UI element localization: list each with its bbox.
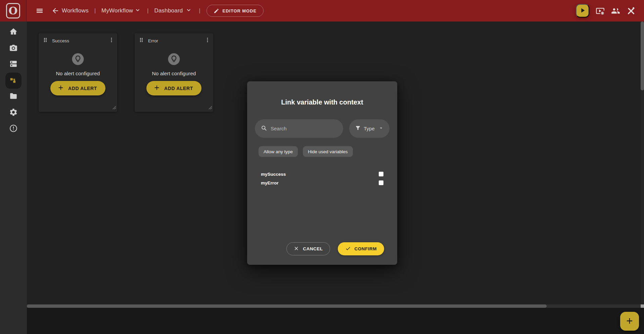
breadcrumb-separator: | [147, 8, 148, 14]
check-icon [345, 246, 351, 252]
variable-row-mysuccess[interactable]: mySuccess [261, 170, 383, 178]
breadcrumb-separator: | [94, 8, 96, 14]
sidebar-item-workflows[interactable] [5, 73, 21, 89]
settings-gear-icon [9, 108, 18, 118]
topbar-actions [576, 4, 636, 17]
more-options-icon[interactable] [108, 37, 114, 44]
chevron-down-icon [186, 7, 192, 14]
plus-icon [153, 84, 160, 92]
editor-mode-label: EDITOR MODE [223, 8, 257, 13]
cancel-button[interactable]: CANCEL [286, 242, 330, 255]
top-bar: O Workflows | MyWorkflow | Dashboard | [0, 0, 644, 22]
editor-mode-button[interactable]: EDITOR MODE [206, 5, 264, 17]
add-alert-button[interactable]: ADD ALERT [146, 81, 201, 95]
close-icon [293, 246, 299, 252]
add-alert-button[interactable]: ADD ALERT [50, 81, 105, 95]
variable-list: mySuccess myError [261, 170, 383, 187]
variable-name: myError [261, 180, 279, 185]
search-input[interactable] [271, 126, 338, 131]
cancel-label: CANCEL [303, 246, 323, 251]
type-filter-label: Type [364, 126, 375, 131]
vertical-scrollbar-track[interactable] [641, 22, 644, 304]
app-window: O Workflows | MyWorkflow | Dashboard | [0, 0, 644, 334]
filter-funnel-icon [355, 125, 361, 132]
add-alert-label: ADD ALERT [68, 86, 97, 91]
sidebar-item-home[interactable] [5, 24, 21, 40]
widget-card-success: Success No alert configured [39, 33, 117, 112]
card-title: Success [52, 38, 69, 43]
vertical-scrollbar-thumb[interactable] [641, 22, 644, 90]
horizontal-scrollbar-track[interactable] [27, 304, 641, 308]
variable-row-myerror[interactable]: myError [261, 178, 383, 187]
drag-indicator-icon[interactable] [138, 37, 145, 45]
link-variable-dialog: Link variable with context Type Allow an… [247, 81, 397, 265]
lightbulb-circle-icon [167, 52, 181, 68]
plus-icon [625, 316, 634, 327]
horizontal-scrollbar-thumb[interactable] [27, 304, 547, 308]
more-options-icon[interactable] [204, 37, 211, 44]
sidebar-item-alerts[interactable] [5, 121, 21, 137]
variable-name: mySuccess [261, 172, 286, 177]
scrollbar-corner [641, 304, 644, 308]
search-icon [261, 125, 267, 133]
sidebar-item-datasets[interactable] [5, 56, 21, 73]
dashboard-selector[interactable]: Dashboard [154, 7, 192, 14]
variable-checkbox[interactable] [379, 172, 383, 176]
left-sidebar [0, 22, 27, 334]
play-icon [579, 7, 586, 15]
app-logo[interactable]: O [0, 0, 27, 22]
breadcrumb-separator: | [199, 8, 200, 14]
hamburger-menu-icon[interactable] [36, 7, 44, 15]
search-field[interactable] [255, 119, 343, 138]
variable-checkbox[interactable] [379, 180, 383, 185]
error-outline-icon [9, 124, 18, 134]
chip-hide-used-variables[interactable]: Hide used variables [303, 146, 353, 157]
chip-allow-any-type[interactable]: Allow any type [259, 146, 298, 157]
home-icon [9, 27, 18, 37]
dropdown-arrow-icon [378, 125, 384, 132]
empty-state-text: No alert configured [56, 71, 100, 77]
drag-indicator-icon[interactable] [42, 37, 49, 45]
empty-state-text: No alert configured [152, 71, 196, 77]
view-name: Dashboard [154, 7, 183, 14]
sidebar-item-settings[interactable] [5, 105, 21, 121]
bottom-panel [27, 308, 644, 334]
lightbulb-circle-icon [71, 52, 85, 68]
dns-icon [9, 59, 18, 70]
breadcrumb-workflows[interactable]: Workflows [62, 7, 89, 14]
logo-letter: O [6, 3, 20, 18]
card-title: Error [148, 38, 158, 43]
folder-icon [9, 92, 18, 102]
widget-card-error: Error No alert configured [135, 33, 213, 112]
confirm-label: CONFIRM [355, 246, 377, 251]
sidebar-item-camera[interactable] [5, 40, 21, 56]
pencil-icon [214, 8, 219, 14]
plus-icon [57, 84, 64, 92]
users-icon[interactable] [611, 6, 620, 15]
add-widget-fab[interactable] [620, 312, 639, 331]
type-filter-dropdown[interactable]: Type [349, 119, 389, 138]
sidebar-item-files[interactable] [5, 89, 21, 105]
workflow-selector[interactable]: MyWorkflow [101, 7, 141, 14]
confirm-button[interactable]: CONFIRM [338, 242, 384, 255]
construction-tools-icon[interactable] [627, 6, 636, 15]
camera-icon [9, 43, 18, 53]
dialog-title: Link variable with context [247, 98, 397, 106]
back-arrow-icon[interactable] [51, 7, 59, 15]
chevron-down-icon [135, 7, 141, 14]
resize-handle[interactable] [112, 105, 116, 111]
resize-handle[interactable] [209, 105, 212, 111]
add-alert-label: ADD ALERT [164, 86, 193, 91]
video-settings-icon[interactable] [596, 6, 605, 15]
workflow-tree-icon [9, 76, 18, 86]
run-workflow-button[interactable] [576, 4, 589, 17]
workflow-name: MyWorkflow [101, 7, 133, 14]
